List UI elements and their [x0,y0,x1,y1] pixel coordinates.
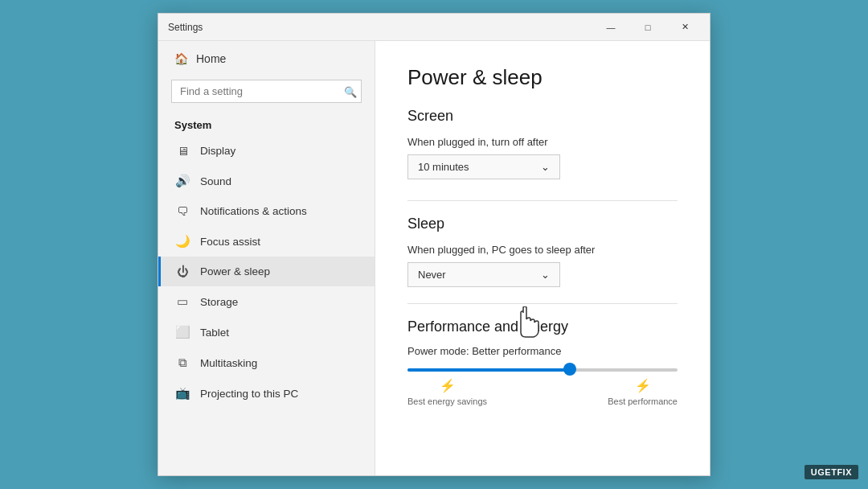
window-title: Settings [168,22,203,33]
sidebar-item-multitasking[interactable]: ⧉ Multitasking [158,347,375,378]
sidebar-item-display[interactable]: 🖥 Display [158,136,375,166]
watermark: UGETFIX [805,465,858,479]
minimize-button[interactable]: — [592,14,629,41]
storage-icon: ▭ [174,294,190,309]
sidebar-item-label: Sound [200,175,231,187]
close-button[interactable]: ✕ [666,14,703,41]
sidebar-section-label: System [158,113,375,136]
screen-dropdown[interactable]: 10 minutes ⌄ [407,154,560,179]
search-icon: 🔍 [344,85,357,97]
perf-section-title: Performance and Energy [407,318,678,335]
sidebar-item-storage[interactable]: ▭ Storage [158,286,375,317]
screen-dropdown-value: 10 minutes [418,161,469,173]
section-divider-2 [407,303,678,304]
window-controls: — □ ✕ [592,14,703,41]
titlebar: Settings — □ ✕ [158,14,710,41]
sidebar-item-label: Tablet [200,327,229,339]
focus-icon: 🌙 [174,234,190,249]
slider-labels: ⚡ Best energy savings ⚡ Best performance [407,378,678,406]
sidebar-item-tablet[interactable]: ⬜ Tablet [158,317,375,347]
sidebar-item-projecting[interactable]: 📺 Projecting to this PC [158,378,375,409]
power-mode-slider[interactable] [407,368,678,372]
sleep-label: When plugged in, PC goes to sleep after [407,244,678,256]
slider-thumb[interactable] [563,363,576,376]
sleep-dropdown-chevron: ⌄ [541,269,550,281]
sidebar-item-home[interactable]: 🏠 Home [158,41,375,76]
screen-section-title: Screen [407,108,678,125]
sound-icon: 🔊 [174,174,190,188]
power-icon: ⏻ [174,265,190,278]
best-performance-icon: ⚡ [635,378,651,393]
sleep-section-title: Sleep [407,216,678,232]
display-icon: 🖥 [174,144,190,158]
sidebar-item-label: Focus assist [200,236,260,248]
search-box: 🔍 [171,80,362,103]
sidebar-item-label: Power & sleep [200,265,270,277]
notifications-icon: 🗨 [174,204,190,218]
slider-track [407,368,678,372]
page-title: Power & sleep [407,65,678,90]
sidebar-item-power[interactable]: ⏻ Power & sleep [158,257,375,286]
sidebar-item-sound[interactable]: 🔊 Sound [158,166,375,196]
main-content: Power & sleep Screen When plugged in, tu… [375,41,710,475]
projecting-icon: 📺 [174,386,190,401]
sleep-dropdown-value: Never [418,269,446,281]
slider-fill [407,368,570,372]
sidebar-item-label: Storage [200,296,238,308]
sidebar: 🏠 Home 🔍 System 🖥 Display 🔊 Sound 🗨 Noti… [158,41,375,475]
screen-dropdown-chevron: ⌄ [541,161,550,173]
multitasking-icon: ⧉ [174,355,190,370]
energy-savings-icon: ⚡ [440,378,456,393]
maximize-button[interactable]: □ [629,14,666,41]
sidebar-item-label: Display [200,145,235,157]
sidebar-item-focus[interactable]: 🌙 Focus assist [158,226,375,257]
home-icon: 🏠 [174,52,188,65]
slider-label-left: ⚡ Best energy savings [407,378,487,406]
sidebar-item-label: Multitasking [200,357,257,369]
sleep-dropdown[interactable]: Never ⌄ [407,262,560,287]
content-area: 🏠 Home 🔍 System 🖥 Display 🔊 Sound 🗨 Noti… [158,41,710,475]
slider-left-label: Best energy savings [407,397,487,406]
slider-right-label: Best performance [608,397,678,406]
section-divider [407,200,678,201]
slider-label-right: ⚡ Best performance [608,378,678,406]
sidebar-home-label: Home [196,52,226,65]
screen-label: When plugged in, turn off after [407,136,678,148]
sidebar-item-notifications[interactable]: 🗨 Notifications & actions [158,196,375,226]
perf-label: Power mode: Better performance [407,345,678,357]
sidebar-item-label: Notifications & actions [200,205,307,217]
search-input[interactable] [171,80,362,103]
tablet-icon: ⬜ [174,325,190,339]
settings-window: Settings — □ ✕ 🏠 Home 🔍 System 🖥 Display [158,13,710,476]
sidebar-item-label: Projecting to this PC [200,388,298,400]
